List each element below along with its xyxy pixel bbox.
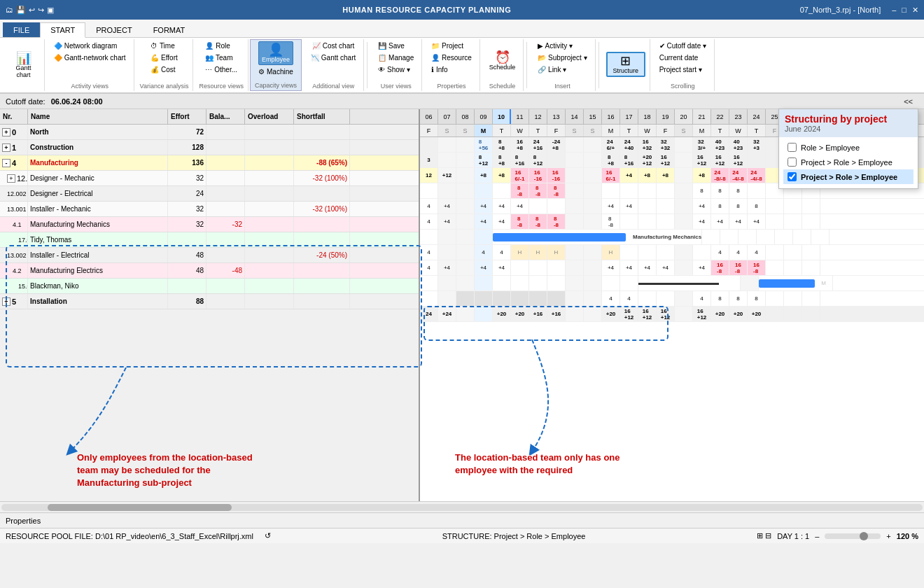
horizontal-scrollbar[interactable] [0, 501, 924, 512]
app-title: HUMAN RESOURCE CAPACITY PLANNING [342, 6, 511, 14]
team-btn[interactable]: 👥 Team [202, 52, 236, 63]
col-name: Name [28, 109, 168, 124]
cutoff-label: Cutoff date: [6, 97, 46, 106]
structure-dropdown[interactable]: Structuring by project June 2024 Role > … [778, 108, 918, 189]
scrolling-label: Scrolling [671, 83, 695, 90]
table-row: +0 North 72 [0, 125, 419, 140]
tab-project[interactable]: PROJECT [85, 22, 142, 37]
zoom-slider[interactable] [825, 533, 881, 539]
employee-capacity-btn[interactable]: 👤 Employee [258, 41, 293, 65]
activity-views-label: Activity views [71, 83, 109, 90]
current-date-btn[interactable]: Current date [656, 52, 702, 63]
nav-btn[interactable]: << [904, 97, 913, 106]
table-row: 12.002 Designer - Electrical 24 [0, 186, 419, 202]
table-row: +5 Installation 88 [0, 294, 419, 309]
ribbon-group-activity-views: 🔷 Network diagram 🔶 Gantt-network chart … [46, 39, 134, 91]
insert-label: Insert [554, 83, 570, 90]
left-panel: Nr. Name Effort Bala... Overload Shortfa… [0, 109, 420, 501]
expand-0[interactable]: + [2, 128, 10, 136]
sep1 [367, 42, 368, 88]
cutoff-value: 06.06.24 08:00 [51, 97, 103, 106]
refresh-icon[interactable]: ↺ [265, 531, 271, 540]
structure-checkbox-1[interactable] [788, 143, 797, 152]
cutoff-date-btn[interactable]: ✔ Cutoff date ▾ [656, 41, 710, 51]
ribbon-group-properties: 📁 Project 👤 Resource ℹ Info Properties [424, 39, 480, 91]
expand-12001[interactable]: + [7, 174, 15, 183]
gantt-bar-electrics [638, 276, 722, 291]
properties-panel-label: Properties [0, 512, 924, 528]
maximize-btn[interactable]: □ [902, 6, 906, 15]
cost-chart-btn[interactable]: 📈 Cost chart [309, 41, 358, 51]
activity-btn[interactable]: ▶ Activity ▾ [534, 41, 576, 51]
cutoff-bar: Cutoff date: 06.06.24 08:00 << [0, 94, 924, 109]
other-btn[interactable]: ⋯ Other... [202, 64, 241, 75]
minimize-btn[interactable]: – [892, 6, 896, 15]
info-btn[interactable]: ℹ Info [428, 64, 451, 75]
structure-checkbox-2[interactable] [788, 158, 797, 167]
schedule-btn[interactable]: ⏰ Schedule [486, 49, 519, 73]
scroll-track [1, 504, 923, 511]
project-start-btn[interactable]: Project start ▾ [656, 64, 706, 75]
chart-grid-row: 24 +24 +20 +20 +16 +16 +20 16+12 16+12 1… [420, 307, 924, 322]
expand-5[interactable]: + [2, 298, 10, 306]
sep2 [526, 42, 527, 88]
zoom-thumb[interactable] [860, 532, 868, 540]
user-views-label: User views [381, 83, 412, 90]
ribbon-group-variance: ⏱ Time 💪 Effort 💰 Cost Variance analysis [136, 39, 194, 91]
structure-option-1[interactable]: Role > Employee [783, 140, 913, 155]
chart-grid-row: 4 +4 +4 +4 +4 +4 +4 +4 +4 16-8 16-8 16-8 [420, 260, 924, 276]
save-view-btn[interactable]: 💾 Save [374, 41, 408, 51]
variance-label: Variance analysis [140, 83, 189, 90]
capacity-views-label: Capacity views [255, 82, 297, 89]
app-icons[interactable]: 🗂💾↩↪ ▣ [6, 6, 54, 15]
chart-grid-row: Manufacturing Mechanics [420, 230, 924, 245]
gantt-chart-btn[interactable]: 📊 Ganttchart [8, 50, 39, 80]
show-btn[interactable]: 👁 Show ▾ [374, 64, 414, 75]
chart-grid-row: 4 +4 +4 +4 +4 +4 +4 +4 8 8 8 [420, 199, 924, 214]
gantt-icon: 📊 [16, 52, 31, 64]
tab-start[interactable]: START [40, 22, 85, 38]
resource-prop-btn[interactable]: 👤 Resource [428, 52, 475, 63]
window-controls[interactable]: – □ ✕ [892, 6, 918, 15]
close-btn[interactable]: ✕ [912, 6, 918, 15]
subproject-btn[interactable]: 📂 Subproject ▾ [534, 52, 590, 63]
ribbon-group-insert: ▶ Activity ▾ 📂 Subproject ▾ 🔗 Link ▾ Ins… [530, 39, 595, 91]
structure-btn[interactable]: ⊞ Structure [606, 52, 645, 77]
structure-option-3[interactable]: Project > Role > Employee [783, 169, 913, 184]
time-btn[interactable]: ⏱ Time [147, 41, 178, 51]
table-row: -4 Manufacturing 136 -88 (65%) [0, 155, 419, 171]
project-prop-btn[interactable]: 📁 Project [428, 41, 467, 51]
gantt-header: Nr. Name Effort Bala... Overload Shortfa… [0, 109, 419, 125]
additional-label: Additional view [312, 83, 354, 90]
tab-file[interactable]: FILE [3, 22, 40, 37]
effort-btn[interactable]: 💪 Effort [147, 52, 181, 63]
tab-format[interactable]: FORMAT [143, 22, 196, 37]
structure-option-2[interactable]: Project > Role > Employee [783, 155, 913, 169]
network-diagram-btn[interactable]: 🔷 Network diagram [50, 41, 120, 51]
properties-label-ribbon: Properties [437, 83, 465, 90]
ribbon-group-schedule: ⏰ Schedule Schedule [482, 39, 524, 91]
table-row: +12.001 Designer - Mechanic 32 -32 (100%… [0, 171, 419, 186]
zoom-minus[interactable]: – [815, 532, 819, 540]
ribbon: 📊 Ganttchart 🔷 Network diagram 🔶 Gantt-n… [0, 38, 924, 94]
resource-views-label: Resource views [199, 83, 244, 90]
zoom-plus[interactable]: + [886, 532, 890, 540]
cost-btn[interactable]: 💰 Cost [147, 64, 178, 75]
scroll-thumb[interactable] [48, 504, 232, 511]
gantt-chart-small-btn[interactable]: 📉 Gantt chart [307, 52, 359, 63]
employee-icon: 👤 [268, 43, 284, 56]
title-bar: 🗂💾↩↪ ▣ HUMAN RESOURCE CAPACITY PLANNING … [0, 0, 924, 20]
expand-4[interactable]: - [2, 159, 10, 167]
machine-btn[interactable]: ⚙ Machine [255, 66, 297, 77]
schedule-label: Schedule [489, 83, 516, 90]
gantt-network-btn[interactable]: 🔶 Gantt-network chart [50, 52, 130, 63]
structure-checkbox-3[interactable] [788, 172, 797, 181]
col-shortfall: Shortfall [294, 109, 350, 124]
gantt-bar-electrics2 [759, 276, 815, 291]
table-row: 13.001 Installer - Mechanic 32 -32 (100%… [0, 202, 419, 217]
role-btn[interactable]: 👤 Role [202, 41, 233, 51]
manage-btn[interactable]: 📋 Manage [374, 52, 417, 63]
link-btn[interactable]: 🔗 Link ▾ [534, 64, 570, 75]
expand-1[interactable]: + [2, 144, 10, 152]
ribbon-group-structure: ⊞ Structure [602, 39, 650, 91]
